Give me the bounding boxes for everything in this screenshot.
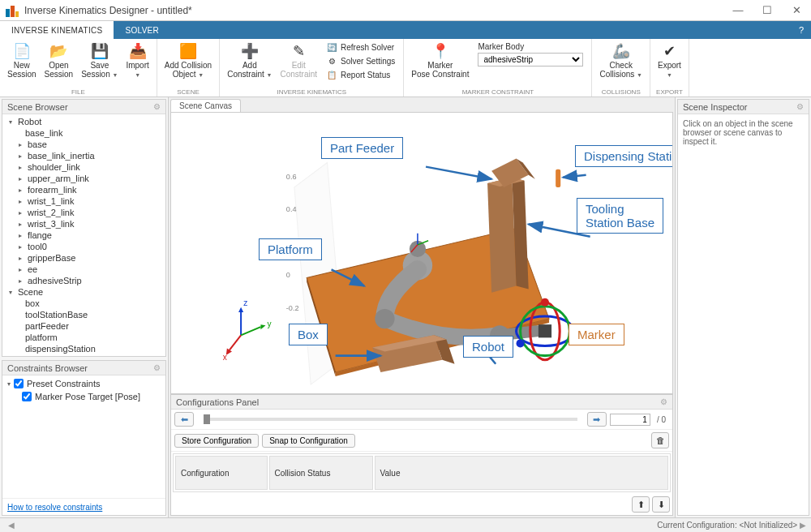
- svg-point-21: [375, 309, 394, 328]
- svg-line-37: [230, 335, 241, 350]
- preset-constraints-checkbox[interactable]: [14, 379, 24, 388]
- annotation-dispensing: Dispensing Station: [575, 145, 673, 167]
- ribbon-toolbar: 📄NewSession 📂OpenSession 💾SaveSession ▼ …: [0, 39, 811, 97]
- marker-body-label: Marker Body: [478, 42, 583, 51]
- scroll-left-icon[interactable]: ◀: [8, 521, 15, 530]
- marker-pose-constraint-button[interactable]: 📍MarkerPose Constraint: [407, 41, 473, 88]
- config-gear-icon[interactable]: ⚙: [660, 397, 667, 406]
- scene-canvas-tab[interactable]: Scene Canvas: [170, 99, 241, 112]
- save-icon: 💾: [91, 42, 109, 60]
- solver-settings-button[interactable]: ⚙Solver Settings: [324, 54, 397, 67]
- move-up-button[interactable]: ⬆: [632, 496, 650, 513]
- tree-node-platform[interactable]: platform: [2, 332, 165, 343]
- config-prev-button[interactable]: ⬅: [174, 412, 194, 427]
- svg-marker-36: [260, 324, 265, 329]
- tree-node-partFeeder[interactable]: partFeeder: [2, 320, 165, 332]
- tree-node-tool0[interactable]: ▸tool0: [2, 241, 165, 252]
- group-label-file: FILE: [3, 88, 153, 97]
- close-button[interactable]: ✕: [782, 0, 811, 21]
- scene-canvas[interactable]: 0.6 0.4 0.2 0 -0.2 Z: [170, 112, 673, 394]
- svg-text:y: y: [268, 320, 272, 328]
- export-button[interactable]: ✔Export▼: [654, 41, 685, 88]
- tree-node-box[interactable]: box: [2, 298, 165, 309]
- svg-line-47: [563, 175, 586, 178]
- marker-pose-target-row[interactable]: Marker Pose Target [Pose]: [2, 390, 165, 403]
- export-icon: ✔: [660, 42, 678, 60]
- refresh-solver-button[interactable]: 🔄Refresh Solver: [324, 41, 397, 54]
- tab-solver[interactable]: SOLVER: [114, 21, 170, 39]
- tree-node-forearm_link[interactable]: ▸forearm_link: [2, 184, 165, 195]
- help-icon[interactable]: ?: [792, 21, 811, 39]
- add-constraint-button[interactable]: ➕AddConstraint ▼: [223, 41, 276, 88]
- save-session-button[interactable]: 💾SaveSession ▼: [77, 41, 122, 88]
- tree-node-shoulder_link[interactable]: ▸shoulder_link: [2, 161, 165, 173]
- tree-node-base[interactable]: ▸base: [2, 139, 165, 150]
- annotation-platform: Platform: [259, 238, 322, 260]
- how-to-resolve-link[interactable]: How to resolve constraints: [7, 503, 102, 512]
- tree-node-base_link_inertia[interactable]: ▸base_link_inertia: [2, 150, 165, 161]
- check-collisions-icon: 🦾: [612, 42, 630, 60]
- col-configuration[interactable]: Configuration: [175, 456, 268, 490]
- group-label-marker: MARKER CONSTRAINT: [407, 88, 588, 97]
- new-session-button[interactable]: 📄NewSession: [3, 41, 41, 88]
- tree-node-base_link[interactable]: base_link: [2, 127, 165, 139]
- scene-tree: ▾Robot base_link▸base▸base_link_inertia▸…: [2, 116, 165, 354]
- tree-node-adhesiveStrip[interactable]: ▸adhesiveStrip: [2, 275, 165, 286]
- annotation-part-feeder: Part Feeder: [321, 137, 403, 159]
- svg-text:-0.2: -0.2: [286, 304, 299, 312]
- minimize-button[interactable]: —: [723, 0, 753, 21]
- svg-text:z: z: [243, 298, 247, 307]
- tree-node-ee[interactable]: ▸ee: [2, 264, 165, 275]
- group-label-scene: SCENE: [161, 88, 216, 97]
- inspector-gear-icon[interactable]: ⚙: [796, 102, 804, 111]
- report-icon: 📋: [326, 69, 337, 80]
- tab-strip: INVERSE KINEMATICS SOLVER ?: [0, 21, 811, 39]
- config-index-input[interactable]: [610, 414, 650, 426]
- scene-browser-title: Scene Browser: [7, 102, 68, 112]
- scroll-right-icon[interactable]: ▶: [800, 521, 806, 530]
- svg-text:0.4: 0.4: [286, 205, 297, 213]
- check-collisions-button[interactable]: 🦾CheckCollisions ▼: [595, 41, 646, 88]
- new-icon: 📄: [13, 42, 31, 60]
- tree-node-robot[interactable]: ▾Robot: [2, 116, 165, 127]
- tree-node-wrist_1_link[interactable]: ▸wrist_1_link: [2, 195, 165, 207]
- scene-inspector-title: Scene Inspector: [683, 102, 748, 112]
- svg-text:0: 0: [286, 271, 290, 279]
- svg-line-46: [426, 167, 491, 179]
- col-collision-status[interactable]: Collision Status: [269, 456, 373, 490]
- move-down-button[interactable]: ⬇: [652, 496, 670, 513]
- store-config-button[interactable]: Store Configuration: [174, 434, 259, 448]
- config-slider[interactable]: [204, 418, 577, 421]
- tree-node-flange[interactable]: ▸flange: [2, 230, 165, 241]
- tree-node-wrist_2_link[interactable]: ▸wrist_2_link: [2, 207, 165, 218]
- maximize-button[interactable]: ☐: [753, 0, 782, 21]
- config-next-button[interactable]: ➡: [587, 412, 607, 427]
- snap-config-button[interactable]: Snap to Configuration: [262, 434, 355, 448]
- marker-body-select[interactable]: adhesiveStrip: [478, 53, 583, 66]
- annotation-robot: Robot: [463, 336, 513, 358]
- tree-node-gripperBase[interactable]: ▸gripperBase: [2, 252, 165, 264]
- delete-config-button[interactable]: 🗑: [651, 432, 669, 448]
- tree-node-dispensingStation[interactable]: dispensingStation: [2, 343, 165, 354]
- import-button[interactable]: 📥Import▼: [122, 41, 152, 88]
- tree-node-wrist_3_link[interactable]: ▸wrist_3_link: [2, 218, 165, 230]
- status-value: <Not Initialized>: [740, 521, 798, 530]
- svg-rect-18: [556, 169, 560, 187]
- constraints-gear-icon[interactable]: ⚙: [153, 363, 161, 372]
- collision-icon: 🟧: [179, 42, 197, 60]
- open-session-button[interactable]: 📂OpenSession: [41, 41, 78, 88]
- annotation-tooling: ToolingStation Base: [577, 198, 663, 234]
- tree-node-upper_arm_link[interactable]: ▸upper_arm_link: [2, 173, 165, 184]
- preset-constraints-row[interactable]: ▾Preset Constraints: [2, 377, 165, 390]
- tree-node-toolStationBase[interactable]: toolStationBase: [2, 309, 165, 320]
- scene-browser-gear-icon[interactable]: ⚙: [153, 102, 161, 111]
- config-total: / 0: [654, 415, 669, 424]
- col-value[interactable]: Value: [375, 456, 668, 490]
- svg-rect-29: [539, 324, 551, 337]
- svg-rect-2: [15, 11, 19, 17]
- tab-inverse-kinematics[interactable]: INVERSE KINEMATICS: [0, 21, 114, 39]
- add-collision-object-button[interactable]: 🟧Add CollisionObject ▼: [161, 41, 216, 88]
- report-status-button[interactable]: 📋Report Status: [324, 68, 397, 81]
- marker-pose-checkbox[interactable]: [22, 392, 32, 401]
- tree-node-scene[interactable]: ▾Scene: [2, 286, 165, 298]
